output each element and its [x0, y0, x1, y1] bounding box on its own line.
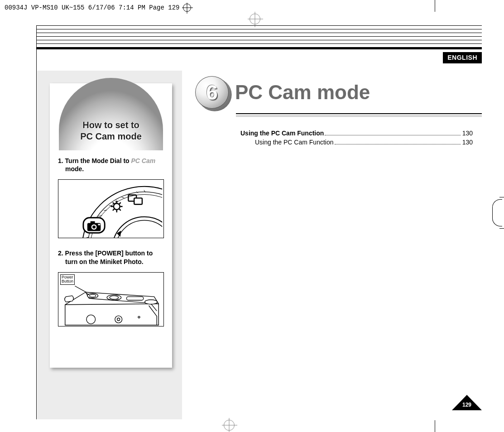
crop-mark-icon [435, 420, 435, 432]
chapter-number-disc: 6 [195, 76, 229, 109]
chapter-number: 6 [206, 80, 218, 105]
svg-point-24 [92, 226, 96, 229]
chapter-header: 6 PC Cam mode [195, 76, 482, 109]
toc-page: 130 [462, 130, 473, 137]
step-text: 1. Turn the Mode Dial to [58, 157, 131, 164]
page-frame: ENGLISH How to set to PC Cam mode 1. Tur… [36, 25, 480, 419]
sidebar-background: How to set to PC Cam mode 1. Turn the Mo… [37, 71, 182, 419]
step-text: mode. [58, 165, 164, 173]
crop-mark-icon [492, 199, 502, 226]
step-1: 1. Turn the Mode Dial to PC Cam mode. [50, 150, 172, 176]
svg-rect-27 [134, 198, 142, 205]
main-content: 6 PC Cam mode Using the PC Cam Function … [195, 76, 482, 148]
toc-label: Using the PC Cam Function [255, 139, 334, 146]
toc-leader-dots [325, 135, 460, 135]
step-text: turn on the Miniket Photo. [58, 258, 164, 266]
crop-mark-icon [435, 0, 435, 12]
sidebar-title: How to set to PC Cam mode [80, 120, 142, 142]
step-2: 2. Press the [POWER] button to turn on t… [50, 243, 172, 268]
svg-rect-43 [126, 297, 143, 300]
print-header: 00934J VP-MS10 UK~155 6/17/06 7:14 PM Pa… [5, 4, 191, 12]
header-rules [37, 25, 482, 49]
mode-dial-illustration [58, 179, 164, 238]
step-text: 2. Press the [POWER] button to [58, 250, 153, 257]
svg-rect-22 [91, 221, 95, 224]
sidebar-title-line: How to set to [80, 120, 142, 131]
toc-page: 130 [462, 139, 473, 146]
toc-leader-dots [335, 144, 461, 144]
print-header-text: 00934J VP-MS10 UK~155 6/17/06 7:14 PM Pa… [5, 4, 179, 11]
power-button-callout: Power Button [60, 274, 75, 285]
toc-label: Using the PC Cam Function [240, 130, 324, 137]
callout-line: Button [62, 279, 73, 283]
page-number: 129 [462, 402, 471, 408]
registration-mark-icon [224, 420, 235, 431]
svg-point-44 [145, 300, 158, 304]
step-text-emphasis: PC Cam [131, 157, 156, 164]
svg-line-13 [122, 197, 125, 198]
svg-rect-25 [98, 224, 100, 226]
language-label: ENGLISH [447, 54, 477, 61]
registration-mark-icon [183, 4, 191, 12]
sidebar-card: How to set to PC Cam mode 1. Turn the Mo… [50, 83, 172, 368]
toc-entry: Using the PC Cam Function 130 [255, 139, 473, 146]
table-of-contents: Using the PC Cam Function 130 Using the … [240, 130, 473, 146]
chapter-title: PC Cam mode [235, 81, 370, 104]
toc-entry: Using the PC Cam Function 130 [240, 130, 473, 137]
registration-mark-icon [250, 14, 260, 24]
svg-point-42 [110, 296, 119, 299]
sidebar-arch: How to set to PC Cam mode [59, 78, 163, 150]
chapter-underline [195, 112, 482, 119]
power-button-illustration: Power Button [58, 272, 164, 326]
sidebar-title-line: PC Cam mode [80, 131, 142, 142]
language-tab: ENGLISH [443, 52, 482, 63]
svg-line-33 [113, 203, 114, 204]
svg-point-40 [90, 294, 96, 297]
page-number-badge: 129 [452, 395, 482, 410]
